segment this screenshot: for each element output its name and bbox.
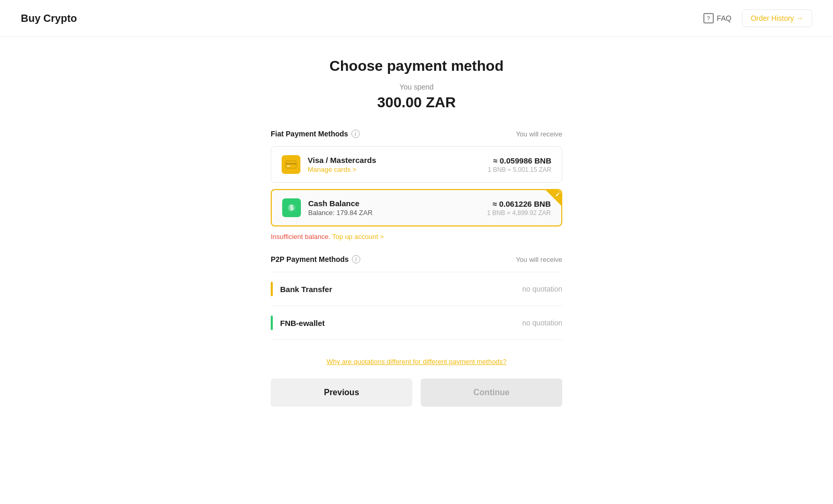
faq-link[interactable]: ? FAQ	[703, 13, 731, 23]
fiat-section-label: Fiat Payment Methods i	[271, 130, 360, 138]
visa-card-left: Visa / Mastercards Manage cards >	[282, 155, 376, 174]
bank-transfer-left: Bank Transfer	[271, 282, 332, 296]
selected-checkmark	[546, 190, 561, 206]
cash-balance-detail: Balance: 179.84 ZAR	[308, 209, 373, 217]
visa-icon	[282, 155, 300, 174]
cash-receive-amount: ≈ 0.061226 BNB	[487, 199, 551, 208]
cash-balance-name: Cash Balance	[308, 199, 373, 208]
visa-card-right: ≈ 0.059986 BNB 1 BNB ≈ 5,001.15 ZAR	[488, 156, 551, 173]
cash-balance-card[interactable]: $ Cash Balance Balance: 179.84 ZAR ≈ 0.0…	[271, 189, 562, 226]
visa-info: Visa / Mastercards Manage cards >	[308, 156, 376, 173]
page-header-title: Buy Crypto	[21, 12, 77, 24]
p2p-section-label: P2P Payment Methods i	[271, 255, 360, 263]
visa-payment-card[interactable]: Visa / Mastercards Manage cards > ≈ 0.05…	[271, 146, 562, 183]
insufficient-balance-message: Insufficient balance. Top up account >	[271, 233, 562, 241]
header: Buy Crypto ? FAQ Order History →	[0, 0, 833, 37]
header-actions: ? FAQ Order History →	[703, 9, 812, 27]
previous-button[interactable]: Previous	[271, 379, 412, 407]
visa-name: Visa / Mastercards	[308, 156, 376, 165]
page-title: Choose payment method	[271, 58, 562, 74]
fiat-info-icon[interactable]: i	[351, 130, 360, 138]
p2p-section: P2P Payment Methods i You will receive B…	[271, 255, 562, 340]
fnb-no-quotation: no quotation	[522, 319, 562, 327]
cash-card-right: ≈ 0.061226 BNB 1 BNB = 4,899.92 ZAR	[487, 199, 551, 217]
svg-rect-2	[287, 166, 290, 167]
visa-exchange-rate: 1 BNB ≈ 5,001.15 ZAR	[488, 166, 551, 173]
action-buttons: Previous Continue	[271, 379, 562, 407]
order-history-button[interactable]: Order History →	[742, 9, 812, 27]
fnb-left: FNB-ewallet	[271, 316, 325, 330]
main-content: Choose payment method You spend 300.00 Z…	[260, 37, 573, 427]
bank-transfer-card[interactable]: Bank Transfer no quotation	[271, 272, 562, 306]
order-history-label: Order History →	[751, 14, 803, 22]
faq-icon: ?	[703, 13, 714, 23]
p2p-you-receive-label: You will receive	[516, 256, 562, 263]
manage-cards-link[interactable]: Manage cards >	[308, 166, 376, 173]
insufficient-text: Insufficient balance.	[271, 233, 331, 241]
svg-rect-1	[286, 163, 296, 165]
fiat-section-header: Fiat Payment Methods i You will receive	[271, 130, 562, 138]
bank-transfer-name: Bank Transfer	[280, 285, 332, 294]
spend-label: You spend	[271, 83, 562, 91]
why-different-section: Why are quotations different for differe…	[271, 357, 562, 366]
fnb-bar	[271, 316, 273, 330]
why-different-link[interactable]: Why are quotations different for differe…	[326, 358, 507, 366]
cash-icon: $	[282, 198, 301, 217]
fiat-you-receive-label: You will receive	[516, 130, 562, 138]
p2p-section-header: P2P Payment Methods i You will receive	[271, 255, 562, 263]
bank-transfer-no-quotation: no quotation	[522, 285, 562, 293]
fnb-ewallet-card[interactable]: FNB-ewallet no quotation	[271, 306, 562, 340]
p2p-info-icon[interactable]: i	[352, 255, 360, 263]
spend-amount: 300.00 ZAR	[271, 94, 562, 111]
visa-receive-amount: ≈ 0.059986 BNB	[488, 156, 551, 165]
cash-exchange-rate: 1 BNB = 4,899.92 ZAR	[487, 209, 551, 217]
cash-info: Cash Balance Balance: 179.84 ZAR	[308, 199, 373, 217]
bank-transfer-bar	[271, 282, 273, 296]
faq-label: FAQ	[717, 14, 731, 22]
svg-text:$: $	[290, 204, 294, 211]
fnb-name: FNB-ewallet	[280, 319, 325, 327]
cash-card-left: $ Cash Balance Balance: 179.84 ZAR	[282, 198, 373, 217]
continue-button[interactable]: Continue	[421, 379, 562, 407]
topup-link[interactable]: Top up account >	[332, 233, 384, 241]
